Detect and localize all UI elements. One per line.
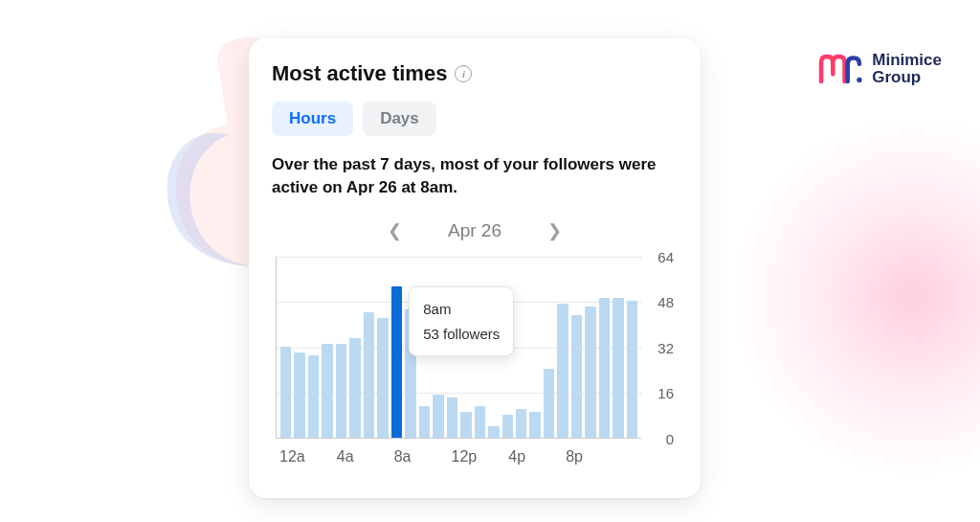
chart: 0163248648am53 followers 12a4a8a12p4p8p <box>272 257 678 465</box>
chevron-right-icon[interactable]: ❯ <box>540 216 569 245</box>
bar[interactable] <box>627 301 637 438</box>
chevron-left-icon[interactable]: ❮ <box>380 216 410 245</box>
bar[interactable] <box>364 312 374 438</box>
tab-days[interactable]: Days <box>363 102 436 136</box>
date-navigator: ❮ Apr 26 ❯ <box>272 216 678 245</box>
tab-group: Hours Days <box>272 102 678 136</box>
bar[interactable] <box>377 318 388 438</box>
svg-point-0 <box>858 78 862 82</box>
chart-area: 0163248648am53 followers <box>276 257 641 439</box>
y-tick-label: 32 <box>657 339 674 355</box>
date-label: Apr 26 <box>448 220 501 241</box>
bar[interactable] <box>336 344 346 438</box>
brand-name-line1: Minimice <box>872 52 942 69</box>
bar[interactable] <box>349 338 360 438</box>
bar[interactable] <box>447 397 457 438</box>
card-title: Most active times <box>272 61 447 86</box>
bar[interactable] <box>502 415 513 438</box>
bar[interactable] <box>322 344 332 438</box>
brand-logo: Minimice Group <box>818 52 942 86</box>
bar[interactable] <box>294 352 304 438</box>
y-tick-label: 16 <box>657 385 674 401</box>
tooltip-followers: 53 followers <box>423 322 500 347</box>
brand-mark-icon <box>818 52 862 86</box>
bar-highlight[interactable] <box>391 286 402 437</box>
bar[interactable] <box>599 298 610 437</box>
tab-hours[interactable]: Hours <box>272 102 353 136</box>
bar[interactable] <box>280 347 291 438</box>
y-tick-label: 0 <box>666 430 674 446</box>
bar[interactable] <box>308 355 319 438</box>
background-glow <box>731 115 980 479</box>
bar[interactable] <box>475 406 485 438</box>
bar[interactable] <box>544 369 554 437</box>
chart-tooltip: 8am53 followers <box>409 286 514 356</box>
bar[interactable] <box>585 306 595 438</box>
bar[interactable] <box>488 426 499 438</box>
bar[interactable] <box>419 406 430 438</box>
bar[interactable] <box>612 298 623 437</box>
active-times-card: Most active times i Hours Days Over the … <box>249 38 701 498</box>
info-icon[interactable]: i <box>455 65 472 82</box>
tooltip-time: 8am <box>423 297 500 322</box>
y-tick-label: 48 <box>657 294 674 310</box>
brand-name-line2: Group <box>872 69 942 86</box>
bar[interactable] <box>516 409 526 438</box>
bar[interactable] <box>529 412 540 438</box>
bar[interactable] <box>433 395 443 438</box>
y-tick-label: 64 <box>657 248 674 264</box>
x-axis: 12a4a8a12p4p8p <box>276 448 641 465</box>
bar[interactable] <box>571 315 582 438</box>
bar[interactable] <box>557 304 568 438</box>
summary-text: Over the past 7 days, most of your follo… <box>272 153 678 199</box>
bar[interactable] <box>460 412 471 438</box>
